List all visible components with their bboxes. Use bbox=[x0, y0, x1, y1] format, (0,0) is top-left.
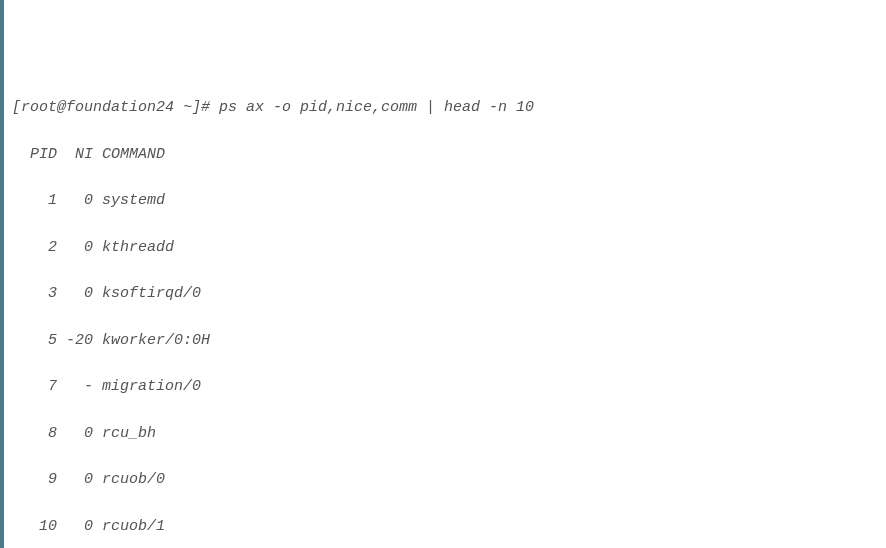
command-text: ps ax -o pid,nice,comm | head -n 10 bbox=[219, 99, 534, 116]
comm-col: rcuob/1 bbox=[93, 518, 165, 535]
pid-col: 5 bbox=[12, 332, 57, 349]
comm-col: ksoftirqd/0 bbox=[93, 285, 201, 302]
ps-row: 1 0 systemd bbox=[12, 189, 886, 212]
ps-row: 9 0 rcuob/0 bbox=[12, 468, 886, 491]
pid-col: 7 bbox=[12, 378, 57, 395]
ni-col: 0 bbox=[57, 518, 93, 535]
pid-col: 3 bbox=[12, 285, 57, 302]
ps-row: 10 0 rcuob/1 bbox=[12, 515, 886, 538]
ps-row: 8 0 rcu_bh bbox=[12, 422, 886, 445]
ps-row: 5 -20 kworker/0:0H bbox=[12, 329, 886, 352]
ps-row: 3 0 ksoftirqd/0 bbox=[12, 282, 886, 305]
comm-col: kworker/0:0H bbox=[93, 332, 210, 349]
ps-row: 7 - migration/0 bbox=[12, 375, 886, 398]
ni-col: 0 bbox=[57, 425, 93, 442]
pid-col: 2 bbox=[12, 239, 57, 256]
pid-col: 10 bbox=[12, 518, 57, 535]
pid-col: 9 bbox=[12, 471, 57, 488]
ps-header: PID NI COMMAND bbox=[12, 143, 886, 166]
comm-col: rcu_bh bbox=[93, 425, 156, 442]
comm-col: migration/0 bbox=[93, 378, 201, 395]
ni-col: 0 bbox=[57, 192, 93, 209]
ni-col: - bbox=[57, 378, 93, 395]
ni-col: 0 bbox=[57, 285, 93, 302]
comm-col: rcuob/0 bbox=[93, 471, 165, 488]
shell-prompt: [root@foundation24 ~]# bbox=[12, 99, 219, 116]
ps-row: 2 0 kthreadd bbox=[12, 236, 886, 259]
comm-col: kthreadd bbox=[93, 239, 174, 256]
pid-col: 8 bbox=[12, 425, 57, 442]
ni-col: 0 bbox=[57, 239, 93, 256]
comm-col: systemd bbox=[93, 192, 165, 209]
ni-col: -20 bbox=[57, 332, 93, 349]
pid-col: 1 bbox=[12, 192, 57, 209]
ni-col: 0 bbox=[57, 471, 93, 488]
terminal-line-cmd1: [root@foundation24 ~]# ps ax -o pid,nice… bbox=[12, 96, 886, 119]
